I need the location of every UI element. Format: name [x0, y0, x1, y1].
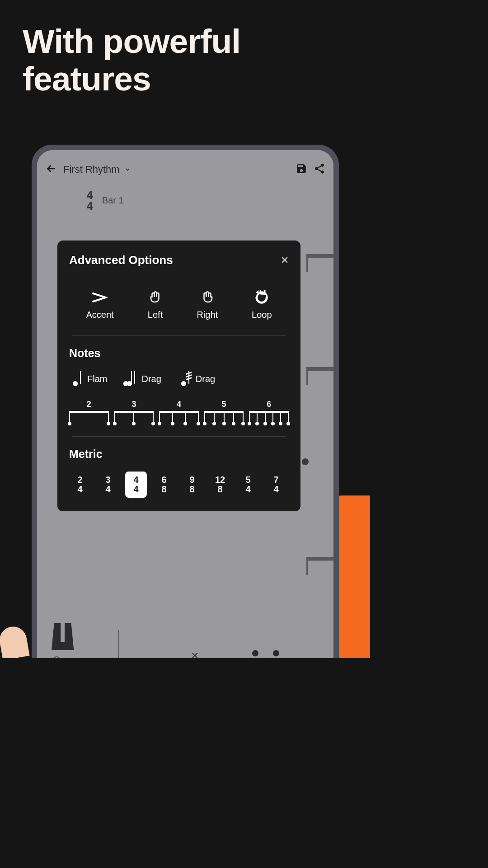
drag-icon	[125, 371, 137, 387]
notation-beam	[306, 557, 333, 575]
barline	[118, 630, 119, 658]
roll-drag-icon	[179, 371, 191, 387]
advanced-options-modal: Advanced Options ✕ Accent Left	[57, 241, 300, 511]
metric-bottom: 4	[105, 485, 110, 494]
accent-button[interactable]: Accent	[86, 290, 113, 320]
modal-title: Advanced Options	[69, 253, 173, 267]
note-type-label: Flam	[87, 374, 107, 384]
tuplet-2-button[interactable]: 2	[69, 400, 109, 424]
tuplet-number: 2	[87, 400, 91, 409]
hand-right-icon	[200, 290, 215, 305]
tuplet-beam-icon	[249, 411, 289, 424]
loop-icon	[254, 290, 269, 305]
notation-beam	[306, 254, 333, 272]
note-x[interactable]: ✕	[191, 650, 199, 658]
metric-top: 7	[273, 475, 278, 485]
tuplet-number: 3	[131, 400, 136, 409]
back-icon[interactable]	[45, 163, 57, 176]
tuplet-beam-icon	[114, 411, 154, 424]
note-dots[interactable]	[252, 650, 279, 656]
close-icon[interactable]: ✕	[281, 255, 289, 266]
metric-9-8-button[interactable]: 98	[181, 472, 203, 498]
svg-point-1	[315, 167, 318, 170]
metric-5-4-button[interactable]: 54	[237, 472, 259, 498]
divider	[72, 335, 286, 336]
notation-staff: ✕	[105, 634, 333, 658]
metric-bottom: 8	[161, 485, 166, 494]
metric-top: 12	[215, 475, 225, 485]
metric-top: 2	[77, 475, 82, 485]
notes-section-title: Notes	[69, 347, 289, 360]
tuplet-beam-icon	[69, 411, 109, 424]
app-title-text: First Rhythm	[63, 164, 120, 175]
left-hand-button[interactable]: Left	[148, 290, 163, 320]
metric-2-4-button[interactable]: 24	[69, 472, 91, 498]
svg-point-2	[321, 170, 324, 174]
metric-bottom: 4	[245, 485, 250, 494]
hand-left-icon	[148, 290, 163, 305]
drag-button[interactable]: Drag	[125, 371, 161, 387]
tuplet-6-button[interactable]: 6	[249, 400, 289, 424]
metric-6-8-button[interactable]: 68	[153, 472, 175, 498]
time-sig-bottom: 4	[87, 201, 93, 212]
notation-note	[302, 458, 309, 465]
metric-bottom: 4	[77, 485, 82, 494]
note-type-label: Drag	[141, 374, 161, 384]
orange-decoration	[343, 577, 370, 658]
svg-point-0	[321, 164, 324, 167]
metric-section-title: Metric	[69, 448, 289, 461]
flam-icon	[71, 371, 83, 387]
accent-icon	[92, 290, 108, 305]
tuplet-5-button[interactable]: 5	[204, 400, 244, 424]
action-label: Left	[148, 310, 163, 320]
metric-top: 6	[161, 475, 166, 485]
instrument-icon	[52, 623, 78, 650]
save-icon[interactable]	[296, 163, 307, 176]
metric-top: 4	[133, 475, 138, 485]
phone-frame: First Rhythm 4 4 Bar 1	[32, 145, 339, 658]
metric-top: 3	[105, 475, 110, 485]
phone-screen: First Rhythm 4 4 Bar 1	[37, 150, 333, 658]
metric-bottom: 4	[273, 485, 278, 494]
instrument-label: Congas	[53, 655, 81, 658]
metric-bottom: 8	[217, 485, 222, 494]
loop-button[interactable]: Loop	[252, 290, 272, 320]
action-label: Accent	[86, 310, 113, 320]
tuplet-number: 6	[267, 400, 271, 409]
right-hand-button[interactable]: Right	[197, 290, 218, 320]
finger-decoration	[0, 624, 30, 658]
chevron-down-icon	[124, 164, 131, 175]
share-icon[interactable]	[314, 163, 325, 176]
metric-bottom: 8	[189, 485, 194, 494]
bar-label: Bar 1	[102, 195, 124, 206]
tuplet-number: 5	[222, 400, 226, 409]
headline: With powerful features	[0, 0, 370, 97]
tuplet-beam-icon	[204, 411, 244, 424]
roll-drag-button[interactable]: Drag	[179, 371, 215, 387]
app-title[interactable]: First Rhythm	[63, 164, 131, 175]
metric-top: 5	[245, 475, 250, 485]
divider	[72, 436, 286, 437]
metric-top: 9	[189, 475, 194, 485]
tuplet-3-button[interactable]: 3	[114, 400, 154, 424]
notation-beam	[306, 367, 333, 385]
metric-12-8-button[interactable]: 128	[209, 472, 231, 498]
tuplet-beam-icon	[159, 411, 199, 424]
note-type-label: Drag	[196, 374, 215, 384]
metric-bottom: 4	[133, 485, 138, 494]
action-label: Right	[197, 310, 218, 320]
action-label: Loop	[252, 310, 272, 320]
tuplet-4-button[interactable]: 4	[159, 400, 199, 424]
metric-4-4-button[interactable]: 44	[125, 472, 147, 498]
tuplet-number: 4	[177, 400, 181, 409]
metric-7-4-button[interactable]: 74	[265, 472, 287, 498]
metric-3-4-button[interactable]: 34	[97, 472, 119, 498]
time-signature[interactable]: 4 4	[87, 190, 93, 212]
flam-button[interactable]: Flam	[71, 371, 107, 387]
